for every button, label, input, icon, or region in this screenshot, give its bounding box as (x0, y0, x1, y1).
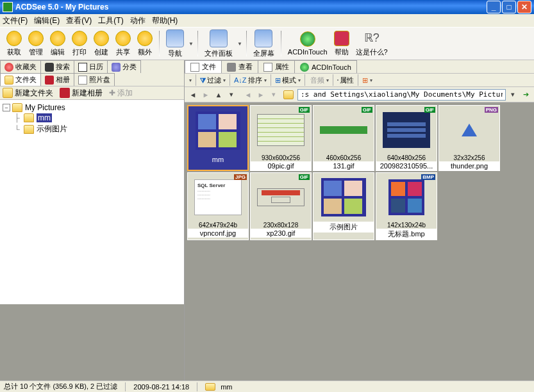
strip-filter[interactable]: ⧩过滤▾ (200, 76, 226, 85)
nav-row: ◄ ► ▲ ▾ ◄ ► ▾ ▾ ➔ (185, 87, 534, 102)
tab-calendar[interactable]: 日历 (74, 60, 108, 73)
strip-more[interactable]: ⊞▾ (362, 76, 372, 85)
thumb-09pic.gif[interactable]: GIF930x600x25609pic.gif (250, 105, 312, 171)
thumb-示例图片[interactable]: 示例图片 (313, 172, 374, 240)
props-icon (263, 63, 272, 72)
calendar-icon (78, 63, 87, 72)
path-input[interactable] (297, 89, 506, 101)
thumb-mm[interactable]: mm (187, 105, 249, 171)
props-icon (337, 79, 338, 81)
menu-help[interactable]: 帮助(H) (152, 15, 178, 26)
minimize-button[interactable]: _ (487, 1, 501, 13)
folder-icon (205, 383, 215, 391)
thumb-thunder.png[interactable]: PNG32x32x256thunder.png (438, 105, 500, 171)
heart-icon (4, 63, 13, 72)
disc-icon (78, 76, 87, 85)
window-title: ACDSee 5.0 - My Pictures (15, 3, 487, 12)
folder-tree[interactable]: − My Pictures ├ mm └ 示例图片 (0, 100, 184, 304)
tab-album[interactable]: 相册 (40, 73, 74, 86)
close-button[interactable]: ✕ (517, 1, 531, 13)
left-empty-area (0, 304, 184, 380)
thumb-200982310595...[interactable]: GIF640x480x256200982310595... (376, 105, 437, 171)
tb-whatsthis[interactable]: ℝ?这是什么? (353, 29, 390, 58)
right-pane: 文件 查看 属性 ACDInTouch ▾ ⧩过滤▾ A↓Z排序▾ ⊞模式▾ 音… (185, 60, 534, 380)
menu-tools[interactable]: 工具(T) (98, 15, 123, 26)
maximize-button[interactable]: □ (502, 1, 516, 13)
tb-print[interactable]: 打印 (69, 29, 90, 58)
nav-up[interactable]: ▲ (213, 89, 224, 101)
tb-edit[interactable]: 编辑 (47, 29, 68, 58)
strip-camera[interactable]: ▾ (187, 78, 192, 83)
strip-mode[interactable]: ⊞模式▾ (275, 76, 301, 85)
nav-fwd2: ► (255, 89, 267, 101)
tb-share[interactable]: 共享 (113, 29, 133, 58)
tb-create[interactable]: 创建 (91, 29, 112, 58)
menu-file[interactable]: 文件(F) (3, 15, 28, 26)
tab-view[interactable]: 查看 (221, 60, 258, 73)
expand-icon[interactable]: − (3, 104, 10, 111)
tab-props[interactable]: 属性 (258, 60, 295, 73)
status-time: 2009-08-21 14:18 (133, 383, 189, 391)
tree-item-mm[interactable]: ├ mm (3, 113, 181, 123)
tree-item-sample[interactable]: └ 示例图片 (3, 123, 181, 135)
thumb-vpnconf.jpg[interactable]: SQL Server..............................… (187, 172, 249, 240)
folder-icon (12, 103, 22, 112)
thumb-131.gif[interactable]: GIF460x60x256131.gif (313, 105, 374, 171)
status-summary: 总计 10 个文件 (356.9 KB), 2 已过滤 (4, 382, 117, 391)
title-bar: ACDSee 5.0 - My Pictures _ □ ✕ (0, 0, 534, 14)
menu-bar: 文件(F) 编辑(E) 查看(V) 工具(T) 动作 帮助(H) (0, 14, 534, 27)
tb-extra[interactable]: 额外 (135, 29, 155, 58)
nav-fwd: ► (200, 89, 212, 101)
nav-hist2: ▾ (268, 89, 280, 101)
tree-label: mm (37, 113, 52, 122)
tb-help[interactable]: 帮助 (331, 29, 352, 58)
main-toolbar: 获取 管理 编辑 打印 创建 共享 额外 导航▼ 文件面板▼ 全屏幕 ACDIn… (0, 27, 534, 60)
app-icon (3, 2, 13, 12)
tab-favorites[interactable]: 收藏夹 (0, 60, 41, 73)
btn-add: ✚ 添加 (109, 88, 133, 99)
nav-back2: ◄ (242, 89, 254, 101)
nav-back[interactable]: ◄ (187, 89, 199, 101)
strip-props[interactable]: 属性 (337, 76, 354, 85)
tb-acdintouch[interactable]: ACDInTouch (285, 30, 330, 57)
tab-search[interactable]: 搜索 (40, 60, 74, 73)
folder-icon (4, 76, 13, 85)
strip-audio: 音频▾ (309, 76, 329, 85)
folder-icon (24, 125, 34, 134)
tab-folders[interactable]: 文件夹 (0, 73, 41, 86)
thumb-无标题.bmp[interactable]: BMP142x130x24b无标题.bmp (376, 172, 437, 240)
thumb-xp230.gif[interactable]: GIF230x80x128xp230.gif (250, 172, 312, 240)
tab-acdintouch[interactable]: ACDInTouch (294, 60, 357, 73)
new-folder-icon (3, 88, 13, 98)
btn-new-album[interactable]: 新建相册 (60, 88, 103, 99)
path-dropdown[interactable]: ▾ (507, 89, 519, 101)
view-icon (227, 63, 236, 72)
path-go[interactable]: ➔ (520, 89, 531, 101)
strip-sort[interactable]: A↓Z排序▾ (234, 76, 267, 85)
btn-new-folder[interactable]: 新建文件夹 (3, 88, 53, 99)
new-album-icon (60, 88, 70, 98)
status-bar: 总计 10 个文件 (356.9 KB), 2 已过滤 2009-08-21 1… (0, 380, 534, 392)
tab-file[interactable]: 文件 (185, 60, 222, 73)
file-icon (190, 63, 199, 72)
tb-filepanel[interactable]: 文件面板 (202, 28, 235, 60)
tb-manage[interactable]: 管理 (26, 29, 46, 58)
thumbnails-area[interactable]: mmGIF930x600x25609pic.gifGIF460x60x25613… (185, 102, 534, 380)
tb-acquire[interactable]: 获取 (4, 29, 24, 58)
menu-edit[interactable]: 编辑(E) (34, 15, 60, 26)
tb-navigate[interactable]: 导航 (163, 28, 187, 60)
tab-category[interactable]: 分类 (107, 60, 141, 73)
folder-icon (24, 113, 34, 122)
globe-icon (300, 63, 309, 72)
tree-root[interactable]: − My Pictures (3, 102, 181, 113)
menu-view[interactable]: 查看(V) (66, 15, 92, 26)
tb-fullscreen[interactable]: 全屏幕 (251, 28, 277, 60)
menu-actions[interactable]: 动作 (130, 15, 146, 26)
category-icon (112, 63, 121, 72)
tab-photodisc[interactable]: 照片盘 (74, 73, 115, 86)
binoculars-icon (45, 63, 54, 72)
status-selected: mm (221, 383, 232, 391)
left-pane: 收藏夹 搜索 日历 分类 文件夹 相册 照片盘 新建文件夹 新建相册 ✚ 添加 … (0, 60, 185, 380)
nav-hist[interactable]: ▾ (226, 89, 237, 101)
tree-label: 示例图片 (37, 124, 67, 135)
